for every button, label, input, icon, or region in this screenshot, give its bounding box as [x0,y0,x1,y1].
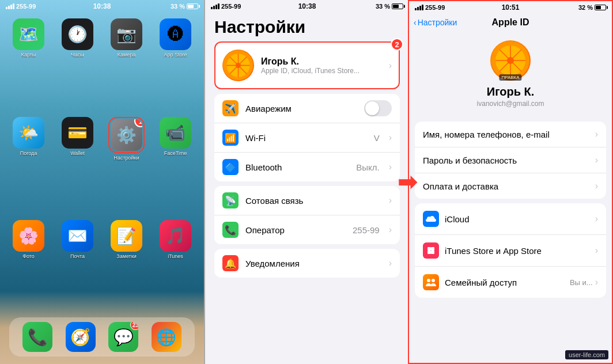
carrier-2: 255-99 [221,3,241,10]
phone1-wrap: 255-99 10:38 33 % 🗺️ Карты [0,0,204,364]
app-grid: 🗺️ Карты 🕐 Часы 📷 Камера 🅐 App Store [5,16,199,314]
payment-label: Оплата и доставка [423,181,595,191]
row-payment[interactable]: Оплата и доставка › [415,173,606,199]
battery-pct-3: 32 % [578,4,593,11]
row-wifi[interactable]: 📶 Wi-Fi V › [214,123,400,153]
clock-icon: 🕐 [62,18,93,50]
password-label: Пароль и безопасность [423,156,595,165]
clock-label: Часы [71,52,84,58]
status-right-1: 33 % [171,3,198,10]
notifications-chevron: › [389,258,392,268]
itunes-label: iTunes [168,253,183,259]
profile-sub-2: Apple ID, iCloud, iTunes Store... [261,67,382,75]
mail-label: Почта [70,253,85,259]
maps-label: Карты [21,52,36,58]
name-phone-label: Имя, номера телефонов, e-mail [423,130,595,139]
row-family[interactable]: Семейный доступ Вы и... › [415,267,606,298]
profile-avatar-2 [222,50,254,81]
app-clock[interactable]: 🕐 Часы [56,18,99,110]
row-password[interactable]: Пароль и безопасность › [415,147,606,173]
phone-icon: 📞 [22,322,52,352]
app-camera[interactable]: 📷 Камера [105,18,147,110]
dock-phone[interactable]: 📞 [22,322,52,352]
row-cellular[interactable]: 📡 Сотовая связь › [214,186,400,215]
arrow-container: ➡ [398,169,417,195]
status-left-1: 255-99 [6,3,36,10]
orange-slice-2 [222,50,254,81]
app-maps[interactable]: 🗺️ Карты [7,18,50,110]
app-notes[interactable]: 📝 Заметки [105,220,147,312]
wifi-value: V [374,133,380,143]
nav-back-button[interactable]: ‹ Настройки [414,18,457,27]
apple-id-nav: ‹ Настройки Apple ID [409,14,612,31]
maps-icon: 🗺️ [13,18,44,50]
appstore-label: App Store [164,52,187,58]
settings-title: Настройки [214,17,400,37]
app-facetime[interactable]: 📹 FaceTime [154,117,196,213]
time-1: 10:38 [93,2,111,10]
dock-chrome[interactable]: 🌐 [152,322,181,352]
operator-icon: 📞 [222,222,239,238]
edit-label[interactable]: ПРАВКА [499,74,521,81]
profile-cell[interactable]: Игорь К. Apple ID, iCloud, iTunes Store.… [214,41,400,89]
row-icloud[interactable]: iCloud › [415,203,606,235]
airplane-icon: ✈️ [222,100,239,116]
camera-label: Камера [118,52,135,58]
app-appstore[interactable]: 🅐 App Store [154,18,196,110]
home-screen: 🗺️ Карты 🕐 Часы 📷 Камера 🅐 App Store [0,13,204,364]
svg-rect-14 [427,247,431,251]
carrier-3: 255-99 [425,4,445,11]
time-2: 10:38 [298,2,316,10]
app-wallet[interactable]: 💳 Wallet [56,117,99,213]
facetime-icon: 📹 [160,117,191,149]
row-name-phone[interactable]: Имя, номера телефонов, e-mail › [415,122,606,147]
bluetooth-chevron: › [389,162,392,172]
carrier-1: 255-99 [16,3,36,10]
chevron-back-icon: ‹ [414,18,417,27]
phone1: 255-99 10:38 33 % 🗺️ Карты [0,0,204,364]
app-settings[interactable]: ⚙️ 1 Настройки [105,117,147,213]
bluetooth-value: Выкл. [356,162,379,172]
row-bluetooth[interactable]: 🔷 Bluetooth Выкл. › [214,153,400,181]
wallet-label: Wallet [70,150,85,156]
itunes-appstore-label: iTunes Store и App Store [445,246,595,256]
app-itunes[interactable]: 🎵 iTunes [154,220,196,312]
app-photos[interactable]: 🌸 Фото [7,220,50,312]
time-3: 10:51 [502,3,520,12]
battery-fill-1 [188,5,194,8]
bluetooth-icon: 🔷 [222,159,239,175]
wifi-chevron: › [389,132,392,143]
row-operator[interactable]: 📞 Оператор 255-99 › [214,215,400,244]
notifications-icon: 🔔 [222,255,239,271]
dock-messages[interactable]: 💬 23 [108,322,138,352]
safari-icon: 🧭 [66,322,96,352]
airplane-toggle[interactable] [364,100,392,116]
family-value: Вы и... [570,278,593,287]
apple-id-name: Игорь К. [487,85,535,98]
row-notifications[interactable]: 🔔 Уведомления › [214,249,400,278]
dock-safari[interactable]: 🧭 [66,322,96,352]
icloud-chevron: › [595,214,598,224]
step2-badge: 2 [391,38,403,51]
right-arrow-icon: ➡ [398,169,417,195]
profile-info-2: Игорь К. Apple ID, iCloud, iTunes Store.… [261,56,382,75]
nav-back-label: Настройки [418,18,457,27]
weather-label: Погода [20,150,37,156]
signal-icon-3 [415,5,423,10]
phones-wrapper: 255-99 10:38 33 % 🗺️ Карты [0,0,613,364]
apple-id-email: ivanovich@gmail.com [477,100,544,108]
battery-icon-1 [187,3,198,9]
status-left-3: 255-99 [415,4,445,11]
appstore-icon: 🅐 [160,18,191,50]
app-weather[interactable]: 🌤️ Погода [7,117,50,213]
cellular-chevron: › [389,195,392,206]
family-chevron: › [595,277,598,287]
toggle-knob [365,101,379,115]
app-mail[interactable]: ✉️ Почта [56,220,99,312]
status-bar-2: 255-99 10:38 33 % [205,0,409,13]
photos-icon: 🌸 [13,220,44,252]
svg-point-19 [432,279,435,282]
signal-icon-1 [6,3,14,9]
row-airplane[interactable]: ✈️ Авиарежим [214,94,400,123]
row-itunes-appstore[interactable]: iTunes Store и App Store › [415,235,606,267]
